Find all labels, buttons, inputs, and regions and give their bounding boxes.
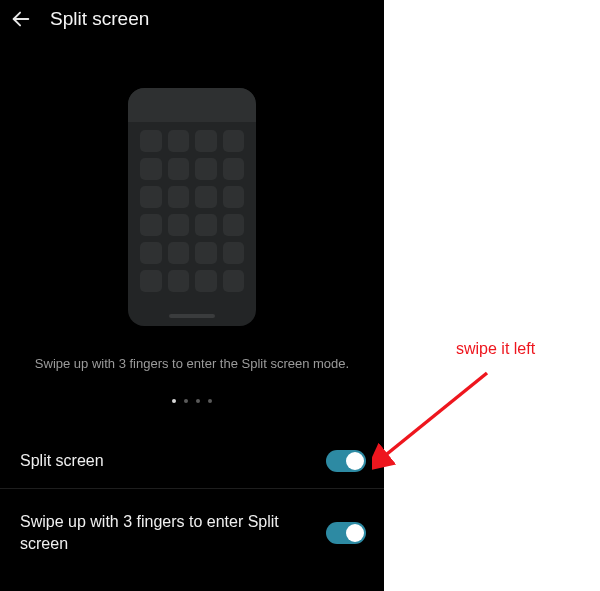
hint-text: Swipe up with 3 fingers to enter the Spl… — [0, 356, 384, 371]
pager-dot[interactable] — [196, 399, 200, 403]
pager-dot[interactable] — [172, 399, 176, 403]
toggle-knob — [346, 524, 364, 542]
toggle-knob — [346, 452, 364, 470]
header: Split screen — [0, 0, 384, 38]
pager[interactable] — [0, 399, 384, 403]
pager-dot[interactable] — [184, 399, 188, 403]
split-screen-toggle[interactable] — [326, 450, 366, 472]
annotation-text: swipe it left — [456, 340, 535, 358]
pager-dot[interactable] — [208, 399, 212, 403]
back-icon[interactable] — [10, 8, 32, 30]
setting-row-swipe-gesture: Swipe up with 3 fingers to enter Split s… — [0, 495, 384, 571]
setting-label: Swipe up with 3 fingers to enter Split s… — [20, 511, 280, 554]
swipe-gesture-toggle[interactable] — [326, 522, 366, 544]
illustration — [0, 88, 384, 326]
setting-row-split-screen: Split screen — [0, 433, 384, 489]
svg-line-2 — [382, 373, 487, 458]
setting-label: Split screen — [20, 450, 104, 472]
phone-illustration — [128, 88, 256, 326]
page-title: Split screen — [50, 8, 149, 30]
settings-screen: Split screen Swipe up with 3 fingers to … — [0, 0, 384, 591]
annotation-arrow-icon — [372, 368, 502, 478]
